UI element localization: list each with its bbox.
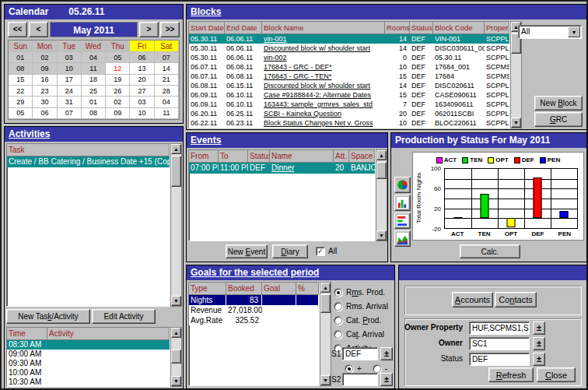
calendar-date-cell[interactable]: 07 — [58, 108, 82, 119]
all-events-checkbox[interactable]: ✓ — [316, 247, 325, 256]
radio-option[interactable]: Rms. Arrival — [334, 302, 388, 311]
calendar-date-cell[interactable]: 26 — [106, 86, 130, 97]
scroll-down-icon[interactable]: ▼ — [376, 230, 387, 241]
lov-icon[interactable]: ± — [533, 353, 545, 366]
calendar-date-cell[interactable]: 13 — [130, 63, 154, 74]
next-year-button[interactable]: >> — [160, 22, 180, 37]
calendar-date-cell[interactable]: 01 — [82, 97, 106, 107]
table-row[interactable]: 06.20.1106.25.11SCBI - Kaineka Question2… — [189, 109, 509, 118]
radio-button-icon[interactable] — [334, 316, 342, 325]
calendar-date-cell[interactable]: 14 — [155, 63, 179, 74]
calendar-date-cell[interactable]: 17 — [58, 75, 82, 86]
scroll-up-icon[interactable]: ▲ — [171, 328, 181, 338]
calc-button[interactable]: Calc. — [460, 244, 520, 258]
list-item[interactable]: Create / BB Catering / Business Date +15… — [7, 156, 170, 167]
block-name-link[interactable]: 176843 - GRC - TEN* — [262, 72, 385, 81]
accounts-button[interactable]: Accounts — [452, 292, 493, 307]
goals-scrollbar[interactable]: ▲▼ — [320, 282, 331, 386]
s1-field[interactable]: DEF — [342, 347, 378, 360]
calendar-date-cell[interactable]: 12 — [106, 63, 130, 74]
schedule-scrollbar[interactable]: ▲▼ — [170, 327, 182, 387]
calendar-date-cell[interactable]: 05 — [106, 52, 130, 63]
bar-chart-icon[interactable] — [394, 195, 411, 211]
contacts-button[interactable]: Contacts — [495, 292, 537, 307]
calendar-date-cell[interactable]: 16 — [33, 75, 57, 86]
horizontal-bar-chart-icon[interactable] — [394, 213, 411, 229]
radio-button-icon[interactable] — [334, 302, 342, 311]
s1-lov-icon[interactable]: ± — [380, 347, 393, 360]
area-chart-icon[interactable] — [394, 230, 411, 247]
events-scrollbar[interactable]: ▲▼ — [376, 149, 387, 241]
close-button[interactable]: Close — [537, 367, 576, 382]
radio-button-icon[interactable] — [334, 330, 342, 339]
table-row[interactable]: 09:00 AM — [7, 350, 170, 359]
table-row[interactable]: 06.22.1106.23.11Block Status Changes Net… — [189, 118, 509, 128]
s2-lov-icon[interactable]: ± — [380, 373, 393, 386]
calendar-date-cell[interactable]: 07 — [155, 52, 179, 63]
calendar-date-cell[interactable]: 18 — [82, 75, 106, 86]
calendar-date-cell[interactable]: 01 — [9, 52, 33, 63]
calendar-date-cell[interactable]: 09 — [106, 108, 130, 119]
block-name-link[interactable]: 176843 - GRC - DEF* — [262, 62, 385, 72]
scrollbar-thumb[interactable] — [376, 162, 387, 179]
block-name-link[interactable]: vin-001 — [262, 34, 385, 44]
scroll-down-icon[interactable]: ▼ — [171, 296, 181, 306]
scroll-up-icon[interactable]: ▲ — [376, 150, 387, 160]
calendar-date-cell[interactable]: 04 — [82, 52, 106, 63]
table-row[interactable]: 09:30 AM — [7, 359, 170, 368]
calendar-date-cell[interactable]: 23 — [33, 86, 57, 97]
chevron-down-icon[interactable]: ▼ — [568, 26, 580, 37]
radio-button-icon[interactable] — [334, 288, 342, 297]
calendar-date-cell[interactable]: 21 — [155, 75, 179, 86]
calendar-date-cell[interactable]: 10 — [130, 108, 154, 119]
refresh-button[interactable]: Refresh — [488, 367, 534, 382]
radio-option[interactable]: - — [373, 364, 387, 373]
table-row[interactable]: Revenue27,018.00 — [189, 305, 319, 315]
new-block-button[interactable]: New Block — [534, 96, 583, 111]
table-row[interactable]: 05.30.1106.06.11Discounted block w/ shou… — [189, 44, 509, 53]
calendar-date-cell[interactable]: 29 — [9, 97, 33, 107]
calendar-date-cell[interactable]: 11 — [82, 63, 106, 74]
calendar-date-cell[interactable]: 05 — [9, 108, 33, 119]
next-month-button[interactable]: > — [139, 22, 159, 37]
calendar-date-cell[interactable]: 06 — [33, 108, 57, 119]
scroll-down-icon[interactable]: ▼ — [511, 118, 521, 128]
table-row[interactable]: Nights83 — [189, 295, 319, 305]
radio-option[interactable]: Cat. Prod. — [334, 316, 388, 325]
new-task-activity-button[interactable]: New Task/Activity — [6, 309, 90, 324]
table-row[interactable]: 06.07.1106.08.11176843 - GRC - TEN*15DEF… — [189, 72, 509, 81]
blocks-filter-dropdown[interactable]: All ▼ — [518, 25, 582, 39]
task-list-scrollbar[interactable]: ▲▼ — [170, 143, 182, 307]
calendar-date-cell[interactable]: 04 — [155, 97, 179, 107]
calendar-date-cell[interactable]: 24 — [58, 86, 82, 97]
calendar-date-cell[interactable]: 02 — [33, 52, 57, 63]
table-row[interactable]: 10:30 AM — [7, 378, 170, 387]
scroll-up-icon[interactable]: ▲ — [320, 283, 331, 293]
calendar-date-cell[interactable]: 11 — [155, 108, 179, 119]
event-name-link[interactable]: Dinner — [270, 163, 334, 174]
new-event-button[interactable]: New Event — [226, 244, 268, 258]
calendar-date-cell[interactable]: 15 — [9, 75, 33, 86]
table-row[interactable]: 06.08.1106.15.11Discounted block w/ shou… — [189, 81, 509, 90]
block-name-link[interactable]: Discounted block w/ shoulder start — [262, 44, 385, 53]
calendar-date-cell[interactable]: 22 — [9, 86, 33, 97]
table-row[interactable]: 05.30.1106.06.11vin-0020DEF05.30.11SCPPL — [189, 53, 509, 62]
calendar-date-cell[interactable]: 31 — [58, 97, 82, 107]
block-name-link[interactable]: Discounted block w/ shoulder start — [262, 81, 385, 90]
pie-chart-icon[interactable] — [394, 177, 411, 193]
table-row[interactable]: 05.30.1106.06.11vin-00114DEFVIN-001SCPPL — [189, 34, 509, 44]
calendar-date-cell[interactable]: 03 — [58, 52, 82, 63]
table-row[interactable]: 10:00 AM — [7, 368, 170, 378]
edit-activity-button[interactable]: Edit Activity — [92, 309, 156, 324]
block-name-link[interactable]: Case #9188844-2: Alternate Dates — [262, 90, 385, 100]
calendar-date-cell[interactable]: 06 — [130, 52, 154, 63]
prev-year-button[interactable]: << — [8, 22, 27, 37]
radio-option[interactable]: Rms. Prod. — [334, 288, 388, 297]
scroll-up-icon[interactable]: ▲ — [171, 144, 181, 154]
calendar-date-cell[interactable]: 08 — [82, 108, 106, 119]
calendar-date-cell[interactable]: 25 — [82, 86, 106, 97]
calendar-date-cell[interactable]: 19 — [106, 75, 130, 86]
table-row[interactable]: 07:00 PM11:00 PMDEFDinner20BANJO3 — [189, 163, 375, 174]
table-row[interactable]: Avg.Rate325.52 — [189, 315, 319, 325]
block-name-link[interactable]: Block Status Changes Net v. Gross — [262, 118, 385, 128]
